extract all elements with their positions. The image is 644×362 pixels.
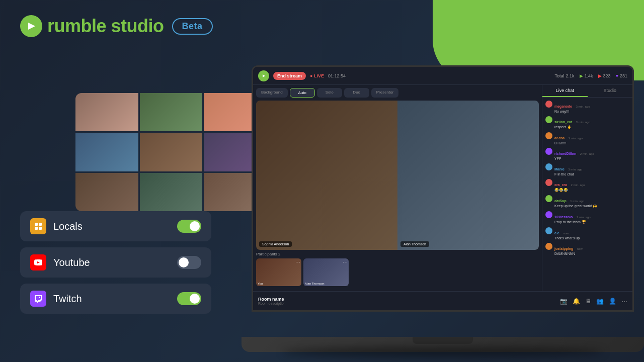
tab-live-chat[interactable]: Live chat [542, 85, 588, 97]
studio-play-button[interactable] [258, 70, 269, 81]
avatar-manie [545, 163, 552, 170]
chat-content-1: sirlion_cut 3 min. ago respect 🖕 [554, 116, 629, 129]
avatar-arena [545, 132, 552, 139]
scene-selector: Background Auto Solo Duo Presenter [256, 88, 539, 98]
youtube-count: 323 [603, 73, 611, 78]
video-cell-5 [140, 133, 203, 171]
avatar-sirlion [545, 116, 552, 123]
studio-topbar: End stream ● LIVE 01:12:54 Total 2.1k ▶ … [253, 67, 632, 85]
total-label: Total [555, 73, 565, 78]
chat-content-9: justsipping now DAMNNNNN [554, 243, 629, 255]
video-speaker-right: Alan Thomson [397, 101, 539, 250]
beta-badge: Beta [172, 18, 213, 35]
youtube-toggle-card: Youtube [20, 247, 211, 278]
thumb-dots-you: ⋯ [295, 259, 300, 265]
chat-username-8: c.e [554, 231, 559, 235]
twitch-platform-icon [30, 291, 46, 307]
participant-label-you: You [258, 282, 263, 285]
chat-time-9: now [577, 247, 583, 250]
chat-content-3: richardDillon 2 min. ago YFP [554, 148, 629, 160]
screen-share-icon[interactable]: 🖥 [585, 298, 591, 305]
more-options-icon[interactable]: ··· [621, 297, 627, 305]
twitch-label: Twitch [53, 293, 82, 305]
video-speaker-left: Sophia Anderson [256, 101, 397, 250]
video-cell-7 [75, 173, 138, 211]
chat-panel: Live chat Studio meganode 3 min. ago No … [542, 85, 632, 291]
thumb-dots-alan: ⋯ [343, 259, 348, 265]
avatar-101tessnio [545, 211, 552, 218]
chat-username-0: meganode [554, 105, 572, 108]
chat-username-6: datSup [554, 199, 567, 203]
chat-tabs: Live chat Studio [542, 85, 632, 98]
chat-msg-7: 101tessnio 1 min. ago Prop to the team 🏆 [545, 211, 629, 224]
topbar-stats: Total 2.1k ▶ 1.4k ▶ 323 ♥ [555, 73, 627, 78]
scene-presenter-btn[interactable]: Presenter [371, 88, 399, 98]
locals-toggle-left: Locals [30, 218, 83, 234]
end-stream-button[interactable]: End stream [273, 72, 306, 80]
laptop-notch [413, 337, 473, 344]
tab-studio[interactable]: Studio [588, 85, 633, 97]
chat-username-9: justsipping [554, 247, 573, 250]
scene-solo-btn[interactable]: Solo [317, 88, 342, 98]
rumble-stat: ▶ 1.4k [580, 73, 593, 78]
live-indicator: ● LIVE [310, 73, 324, 78]
twitch-toggle-knob [190, 294, 200, 304]
chat-username-7: 101tessnio [554, 215, 573, 219]
studio-bottombar: Room name Room description 📷 🔔 🖥 👥 👤 ··· [253, 291, 632, 310]
participants-label: Participants 2 [256, 252, 539, 256]
avatar-justsipping [545, 243, 552, 250]
youtube-toggle-left: Youtube [30, 254, 90, 270]
locals-toggle-card: Locals [20, 211, 211, 241]
chat-msg-5: cra_cra 2 min. ago 😂😂😂 [545, 179, 629, 192]
locals-toggle-switch[interactable] [177, 220, 201, 233]
chat-msg-0: meganode 3 min. ago No way!!! [545, 101, 629, 113]
participant-thumb-you[interactable]: ⋯ You [256, 258, 301, 286]
svg-rect-1 [35, 223, 38, 226]
chat-username-1: sirlion_cut [554, 120, 572, 124]
avatar-cracra [545, 179, 552, 186]
studio-main-content: Background Auto Solo Duo Presenter Sophi… [253, 85, 632, 291]
chat-content-4: Manie 3 min. ago F in the chat [554, 163, 629, 176]
avatar-richard [545, 148, 552, 155]
logo-studio: studio [111, 16, 164, 36]
youtube-toggle-switch[interactable] [177, 256, 201, 269]
scene-auto-btn[interactable]: Auto [290, 88, 315, 98]
avatar-ce [545, 227, 552, 234]
bell-control-icon[interactable]: 🔔 [573, 298, 580, 305]
room-desc: Room description [258, 302, 556, 305]
people-icon[interactable]: 👥 [596, 298, 604, 305]
rumble-icon [20, 15, 42, 37]
logo-rumble: rumble [47, 16, 106, 36]
chat-text-9: DAMNNNNN [554, 252, 629, 255]
scene-background-btn[interactable]: Background [256, 88, 288, 98]
chat-time-7: 1 min. ago [577, 216, 591, 219]
chat-content-2: ar.ena 3 min. ago LFG!!!!! [554, 132, 629, 145]
rumble-logo: rumble studio [20, 15, 164, 37]
participant-thumb-alan[interactable]: ⋯ Alan Thomson [303, 258, 349, 286]
laptop-screen: End stream ● LIVE 01:12:54 Total 2.1k ▶ … [252, 65, 634, 312]
studio-ui: End stream ● LIVE 01:12:54 Total 2.1k ▶ … [253, 67, 632, 310]
chat-text-7: Prop to the team 🏆 [554, 220, 629, 224]
studio-center-panel: Background Auto Solo Duo Presenter Sophi… [253, 85, 542, 291]
youtube-platform-icon [30, 254, 46, 270]
twitch-toggle-left: Twitch [30, 291, 82, 307]
chat-text-8: That's what's up [554, 236, 629, 240]
video-grid [75, 93, 267, 211]
bottom-controls: 📷 🔔 🖥 👥 👤 ··· [560, 297, 627, 305]
total-count: 2.1k [566, 73, 575, 78]
participants-strip: Participants 2 ⋯ You ⋯ Alan Thomson [256, 250, 539, 288]
header: rumble studio Beta [20, 15, 213, 37]
twitch-toggle-switch[interactable] [177, 292, 201, 305]
svg-rect-4 [39, 227, 42, 230]
twitch-stat: ♥ 231 [616, 73, 627, 78]
locals-label: Locals [53, 221, 83, 232]
youtube-stat: ▶ 323 [598, 73, 611, 78]
person-add-icon[interactable]: 👤 [609, 298, 616, 305]
svg-rect-3 [35, 227, 38, 230]
scene-duo-btn[interactable]: Duo [344, 88, 369, 98]
chat-time-5: 2 min. ago [571, 184, 585, 187]
chat-content-6: datSup 1 min. ago Keep up the great work… [554, 195, 629, 208]
chat-msg-2: ar.ena 3 min. ago LFG!!!!! [545, 132, 629, 145]
chat-content-8: c.e now That's what's up [554, 227, 629, 240]
camera-control-icon[interactable]: 📷 [560, 298, 568, 305]
